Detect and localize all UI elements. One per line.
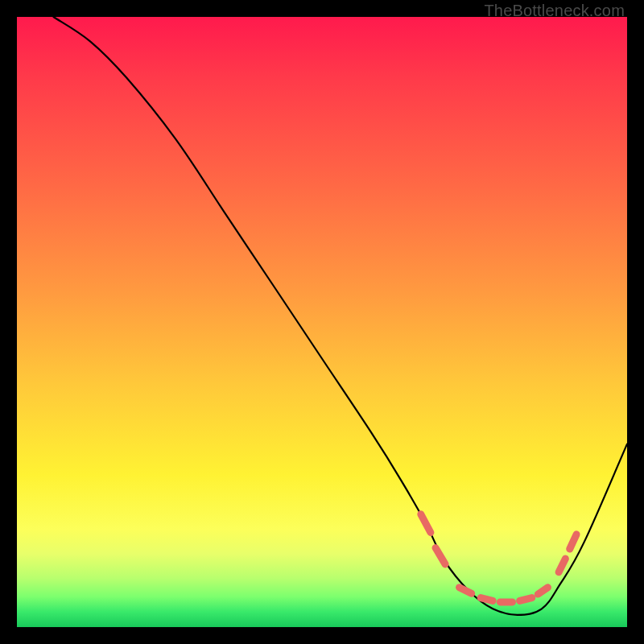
highlight-dash	[570, 535, 576, 549]
highlight-marker-group	[421, 514, 576, 602]
highlight-dash	[559, 559, 565, 572]
highlight-dash	[538, 588, 547, 594]
watermark-label: TheBottleneck.com	[484, 2, 625, 20]
chart-overlay-svg	[17, 17, 627, 627]
highlight-dash	[436, 548, 445, 564]
chart-stage: TheBottleneck.com	[0, 0, 644, 644]
highlight-dash	[481, 598, 493, 601]
highlight-dash	[460, 588, 472, 594]
highlight-dash	[421, 514, 431, 533]
highlight-dash	[520, 598, 532, 601]
bottleneck-curve	[54, 17, 628, 615]
